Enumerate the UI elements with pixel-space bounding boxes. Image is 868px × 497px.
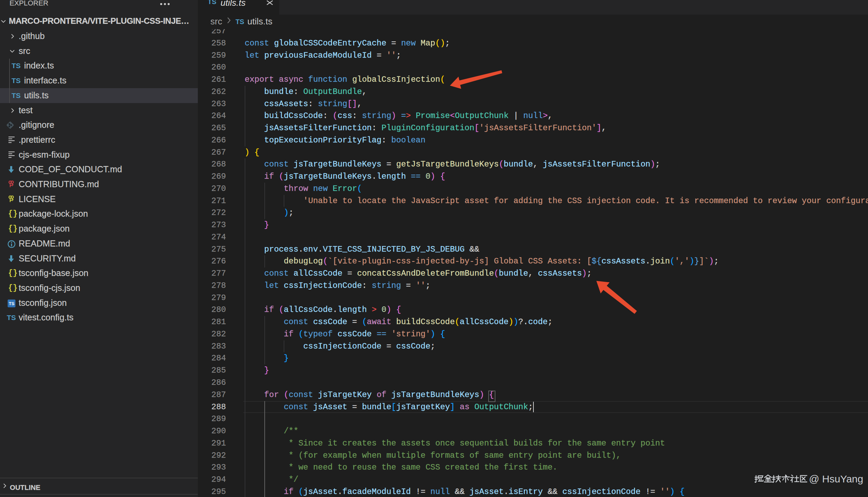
svg-text:TS: TS: [9, 301, 15, 306]
